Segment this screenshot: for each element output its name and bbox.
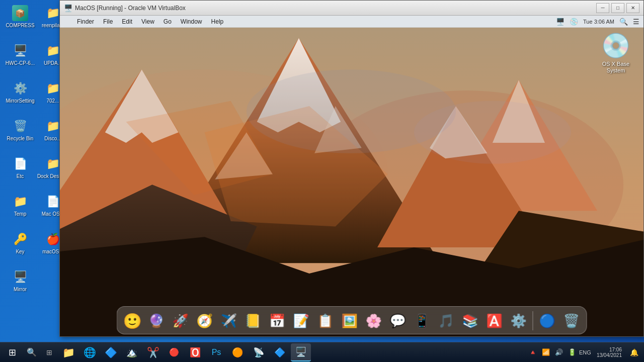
dock-photobooth[interactable]: 🖼️ [339, 310, 361, 332]
desktop-icon-mirrorsetting[interactable]: ⚙️ MirrorSetting [2, 77, 38, 115]
dock-books[interactable]: 📚 [459, 310, 481, 332]
dock-messages[interactable]: 💬 [387, 310, 409, 332]
mail-icon: ✈️ [221, 313, 237, 329]
sysprefs-icon: ⚙️ [511, 313, 527, 329]
taskbar-photoshop[interactable]: Ps [206, 343, 226, 361]
clock-date: 13/04/2021 [597, 352, 622, 358]
go-menu[interactable]: Go [159, 17, 176, 26]
file-menu[interactable]: File [99, 17, 117, 26]
taskbar-3d[interactable]: 🔷 [270, 343, 290, 361]
taskbar-edge[interactable]: 🔷 [101, 343, 121, 361]
desktop-icon-key[interactable]: 🔑 Key [2, 228, 38, 266]
windows-logo-icon: ⊞ [9, 347, 16, 358]
finder2-icon: 🔵 [539, 313, 555, 329]
start-button[interactable]: ⊞ [2, 343, 22, 361]
taskbar-clock[interactable]: 17:06 13/04/2021 [594, 347, 625, 358]
systray-arrow[interactable]: 🔺 [527, 343, 538, 361]
dock-safari[interactable]: 🧭 [194, 310, 216, 332]
help-menu[interactable]: Help [207, 17, 228, 26]
dock-photos[interactable]: 🌸 [363, 310, 385, 332]
dock-notes[interactable]: 📝 [290, 310, 312, 332]
dock-desktop-icon: 📁 [45, 156, 61, 172]
taskbar-chrome[interactable]: 🌐 [79, 343, 100, 361]
taskbar-photos[interactable]: 🏔️ [122, 343, 142, 361]
taskbar-snip[interactable]: ✂️ [143, 343, 163, 361]
mountain-wallpaper [60, 28, 643, 336]
desktop-icon-temp[interactable]: 📁 Temp [2, 191, 38, 228]
task-view-button[interactable]: ⊞ [41, 343, 57, 361]
calendar-icon: 📅 [269, 313, 285, 329]
edit-menu[interactable]: Edit [118, 17, 136, 26]
etc-icon: 📄 [12, 156, 28, 172]
notification-center-button[interactable]: 🔔 [626, 343, 642, 361]
disco-icon: 📁 [45, 118, 61, 134]
dvd-icon[interactable]: 💿 [570, 18, 578, 26]
virtualbox-window: 🖥️ MacOS [Running] - Oracle VM VirtualBo… [59, 0, 644, 337]
systray-lang[interactable]: ENG [580, 343, 591, 361]
dock-sysprefs[interactable]: ⚙️ [508, 310, 530, 332]
dock-finder[interactable]: 🙂 [121, 310, 143, 332]
dock-reminders[interactable]: 📋 [314, 310, 337, 332]
vbox-icon: 🖥️ [64, 4, 72, 12]
vbox-title: MacOS [Running] - Oracle VM VirtualBox [75, 5, 596, 12]
close-button[interactable]: ✕ [626, 3, 639, 13]
osx-base-system-icon[interactable]: 💿 OS X Base System [598, 32, 633, 74]
taskbar-explorer[interactable]: 📁 [58, 343, 78, 361]
windows-taskbar: ⊞ 🔍 ⊞ 📁 🌐 🔷 🏔️ ✂️ 🔴 🅾️ Ps 🟠 📡 🔷 🖥️ 🔺 📶 [0, 342, 644, 362]
finder-menu[interactable]: Finder [73, 17, 98, 26]
taskbar-systray: 🔺 📶 🔊 🔋 ENG [527, 343, 593, 361]
desktop-icon-compress[interactable]: 📦 COMPRESS [2, 2, 38, 40]
dock-trash[interactable]: 🗑️ [560, 310, 583, 332]
upda-icon: 📁 [45, 43, 61, 59]
mirrorsetting-icon: ⚙️ [12, 80, 28, 97]
temp-label: Temp [14, 211, 26, 217]
reenpila-icon: 📁 [45, 5, 61, 21]
launchpad-icon: 🚀 [173, 313, 189, 329]
hwccp6-label: HWC-CP-6... [6, 60, 35, 66]
taskbar-pinned-apps: 📁 🌐 🔷 🏔️ ✂️ 🔴 🅾️ Ps 🟠 📡 🔷 🖥️ [58, 343, 526, 361]
minimize-button[interactable]: ─ [596, 3, 609, 13]
reminders-icon: 📋 [317, 313, 334, 329]
taskbar-vbox[interactable]: 🖥️ [291, 343, 311, 361]
taskbar-search-button[interactable]: 🔍 [23, 343, 40, 361]
taskbar-orange[interactable]: 🟠 [227, 343, 248, 361]
dock-facetime[interactable]: 📱 [411, 310, 433, 332]
dock-mail[interactable]: ✈️ [218, 310, 240, 332]
desktop-icon-mirror[interactable]: 🖥️ Mirror [2, 266, 38, 304]
desktop-icon-recycle-bin[interactable]: 🗑️ Recycle Bin [2, 115, 38, 153]
facetime-icon: 📱 [414, 313, 430, 329]
macos-content: 💿 OS X Base System 🙂 🔮 🚀 🧭 [60, 28, 643, 336]
vbox-titlebar: 🖥️ MacOS [Running] - Oracle VM VirtualBo… [60, 1, 643, 16]
recycle-bin-label: Recycle Bin [7, 136, 34, 142]
screen-icon[interactable]: 🖥️ [556, 18, 565, 26]
task-view-icon: ⊞ [46, 348, 52, 356]
taskbar-anydesk[interactable]: 📡 [249, 343, 269, 361]
search-icon[interactable]: 🔍 [619, 18, 628, 26]
recycle-bin-icon: 🗑️ [12, 118, 28, 134]
systray-battery[interactable]: 🔋 [567, 343, 578, 361]
desktop-icon-hwccp6[interactable]: 🖥️ HWC-CP-6... [2, 40, 38, 77]
clock-time: 17:06 [609, 347, 622, 352]
desktop-icon-etc[interactable]: 📄 Etc [2, 153, 38, 191]
systray-volume[interactable]: 🔊 [553, 343, 565, 361]
dock-finder2[interactable]: 🔵 [536, 310, 558, 332]
view-menu[interactable]: View [137, 17, 158, 26]
macos-dock: 🙂 🔮 🚀 🧭 ✈️ 📒 📅 [117, 306, 587, 334]
taskbar-snagit[interactable]: 🔴 [164, 343, 184, 361]
disco-label: Disco... [44, 136, 61, 142]
maximize-button[interactable]: □ [611, 3, 624, 13]
notification-icon[interactable]: ☰ [633, 18, 639, 26]
mirror-label: Mirror [14, 287, 27, 293]
taskbar-opera[interactable]: 🅾️ [185, 343, 205, 361]
dock-music[interactable]: 🎵 [435, 310, 457, 332]
dock-contacts[interactable]: 📒 [242, 310, 264, 332]
etc-label: Etc [17, 173, 24, 179]
window-menu[interactable]: Window [177, 17, 206, 26]
photobooth-icon: 🖼️ [342, 313, 358, 329]
dock-appstore[interactable]: 🅰️ [484, 310, 506, 332]
macos-menu-right: 🖥️ 💿 Tue 3:06 AM 🔍 ☰ [556, 18, 639, 26]
systray-network[interactable]: 📶 [540, 343, 551, 361]
dock-launchpad[interactable]: 🚀 [170, 310, 192, 332]
dock-siri[interactable]: 🔮 [145, 310, 168, 332]
dock-calendar[interactable]: 📅 [266, 310, 288, 332]
